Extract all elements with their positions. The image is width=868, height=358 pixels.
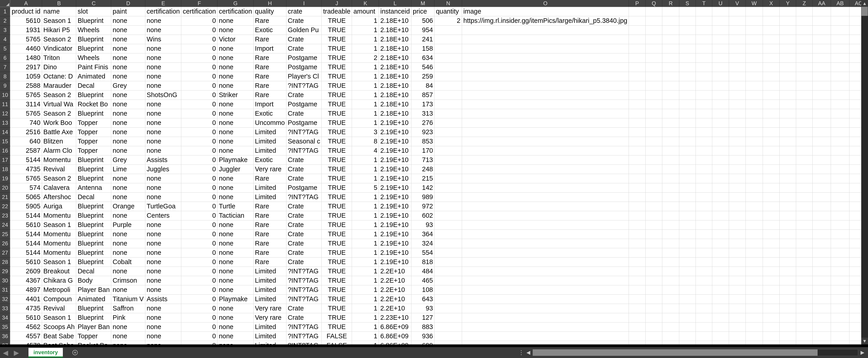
cell-Q9[interactable] [645,81,662,90]
column-header-E[interactable]: E [145,0,181,7]
cell-Y6[interactable] [779,53,796,62]
cell-D26[interactable]: none [111,239,145,248]
cell-X35[interactable] [763,322,779,332]
cell-W16[interactable] [745,146,763,155]
row-header-24[interactable]: 24 [0,220,10,229]
cell-S6[interactable] [679,53,695,62]
cell-P12[interactable] [629,109,645,118]
cell-D35[interactable]: none [111,322,145,332]
tab-bar-grip[interactable]: ⋮ [519,347,524,358]
cell-C18[interactable]: Blueprint [76,165,111,174]
cell-P3[interactable] [629,25,645,35]
cell-I29[interactable]: ?INT?TAG [286,267,322,276]
cell-I18[interactable]: Crate [286,165,322,174]
cell-S33[interactable] [679,304,695,313]
cell-A31[interactable]: 4897 [10,285,42,295]
cell-V5[interactable] [729,44,745,53]
cell-T15[interactable] [696,137,712,146]
cell-B4[interactable]: Season 2 [42,35,76,44]
row-header-22[interactable]: 22 [0,202,10,211]
cell-A32[interactable]: 4401 [10,295,42,304]
cell-J25[interactable]: TRUE [322,229,352,239]
cell-V6[interactable] [729,53,745,62]
cell-D15[interactable]: none [111,137,145,146]
cell-A12[interactable]: 5765 [10,109,42,118]
cell-O12[interactable] [462,109,629,118]
cell-F28[interactable]: 0 [181,257,217,267]
cell-P14[interactable] [629,128,645,137]
cell-Y24[interactable] [779,220,796,229]
cell-AB23[interactable] [831,211,849,220]
cell-Z14[interactable] [796,128,813,137]
cell-W22[interactable] [745,202,763,211]
cell-V31[interactable] [729,285,745,295]
cell-E36[interactable]: none [145,332,181,341]
cell-header-K[interactable]: amount [352,7,379,16]
cell-M12[interactable]: 313 [411,109,434,118]
cell-AA9[interactable] [813,81,831,90]
row-header-20[interactable]: 20 [0,183,10,192]
cell-T31[interactable] [696,285,712,295]
cell-M10[interactable]: 857 [411,90,434,100]
cell-Y37[interactable] [779,341,796,345]
cell-L25[interactable]: 2.19E+10 [379,229,411,239]
cell-J37[interactable]: FALSE [322,341,352,345]
column-header-P[interactable]: P [629,0,645,7]
cell-O4[interactable] [462,35,629,44]
cell-F23[interactable]: 0 [181,211,217,220]
cell-L34[interactable]: 2.23E+10 [379,313,411,322]
cell-A5[interactable]: 4460 [10,44,42,53]
cell-E10[interactable]: ShotsOnG [145,90,181,100]
cell-N23[interactable] [434,211,462,220]
cell-D34[interactable]: Pink [111,313,145,322]
cell-N17[interactable] [434,155,462,165]
cell-I14[interactable]: ?INT?TAG [286,128,322,137]
cell-E28[interactable]: none [145,257,181,267]
cell-X12[interactable] [763,109,779,118]
cell-V25[interactable] [729,229,745,239]
cell-G31[interactable]: none [217,285,254,295]
cell-M22[interactable]: 972 [411,202,434,211]
cell-V26[interactable] [729,239,745,248]
cell-R23[interactable] [662,211,679,220]
cell-X25[interactable] [763,229,779,239]
cell-D33[interactable]: Saffron [111,304,145,313]
cell-H8[interactable]: Rare [253,72,286,81]
cell-J20[interactable]: TRUE [322,183,352,192]
cell-P26[interactable] [629,239,645,248]
cell-S36[interactable] [679,332,695,341]
cell-Z15[interactable] [796,137,813,146]
cell-V32[interactable] [729,295,745,304]
cell-N36[interactable] [434,332,462,341]
cell-W4[interactable] [745,35,763,44]
cell-K18[interactable]: 1 [352,165,379,174]
cell-AB11[interactable] [831,100,849,109]
cell-AA20[interactable] [813,183,831,192]
cell-D25[interactable]: none [111,229,145,239]
cell-L26[interactable]: 2.19E+10 [379,239,411,248]
row-header-4[interactable]: 4 [0,35,10,44]
cell-V21[interactable] [729,192,745,202]
cell-C37[interactable]: Rocket Bo [76,341,111,345]
cell-M27[interactable]: 554 [411,248,434,257]
cell-J8[interactable]: TRUE [322,72,352,81]
cell-X2[interactable] [763,16,779,25]
cell-B33[interactable]: Revival [42,304,76,313]
cell-N24[interactable] [434,220,462,229]
cell-A11[interactable]: 3114 [10,100,42,109]
cell-S7[interactable] [679,62,695,72]
cell-header-H[interactable]: quality [253,7,286,16]
cell-J6[interactable]: TRUE [322,53,352,62]
cell-J22[interactable]: TRUE [322,202,352,211]
cell-AB13[interactable] [831,118,849,128]
cell-Y9[interactable] [779,81,796,90]
cell-P29[interactable] [629,267,645,276]
cell-M25[interactable]: 364 [411,229,434,239]
cell-F20[interactable]: 0 [181,183,217,192]
cell-J18[interactable]: TRUE [322,165,352,174]
cell-L30[interactable]: 2.2E+10 [379,276,411,285]
cell-O28[interactable] [462,257,629,267]
cell-G34[interactable]: none [217,313,254,322]
cell-R29[interactable] [662,267,679,276]
cell-G18[interactable]: Juggler [217,165,254,174]
